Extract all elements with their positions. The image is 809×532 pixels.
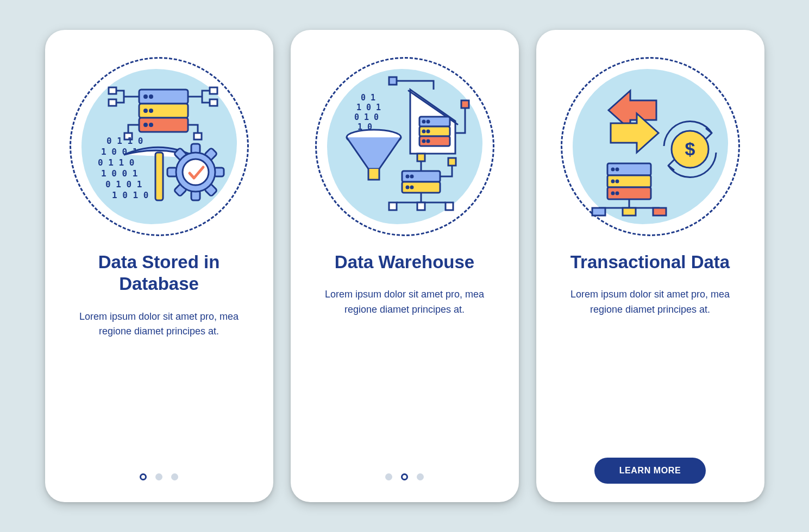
svg-text:1 0 1: 1 0 1 — [356, 103, 381, 112]
svg-text:$: $ — [685, 138, 695, 159]
svg-rect-12 — [210, 87, 217, 94]
dot — [155, 473, 162, 480]
card-title: Data Warehouse — [335, 251, 474, 273]
svg-point-37 — [423, 130, 425, 132]
svg-text:1 0 0 1: 1 0 0 1 — [101, 168, 137, 179]
svg-text:0 1 0: 0 1 0 — [354, 112, 379, 122]
svg-point-40 — [427, 140, 429, 142]
dot-active — [401, 473, 408, 480]
svg-text:0 1 0 1: 0 1 0 1 — [105, 179, 142, 189]
svg-point-3 — [144, 96, 147, 98]
svg-point-68 — [612, 192, 614, 194]
svg-point-48 — [406, 186, 409, 188]
svg-point-64 — [612, 168, 614, 170]
svg-rect-52 — [389, 202, 397, 210]
svg-point-4 — [149, 96, 152, 98]
svg-point-66 — [612, 180, 614, 182]
illustration-database: 0 1 1 01 0 0 10 1 1 0 1 0 0 10 1 0 11 0 … — [70, 57, 249, 236]
card-title: Transactional Data — [570, 251, 730, 273]
svg-rect-42 — [461, 100, 469, 108]
card-title: Data Stored in Database — [72, 251, 246, 295]
dot — [171, 473, 178, 480]
illustration-transactional: $ — [561, 57, 740, 236]
svg-rect-71 — [623, 208, 636, 216]
card-description: Lorem ipsum dolor sit amet pro, mea regi… — [318, 287, 492, 318]
learn-more-button[interactable]: LEARN MORE — [594, 458, 706, 484]
svg-point-31 — [183, 159, 209, 185]
svg-point-36 — [427, 121, 429, 123]
page-indicator — [385, 473, 424, 480]
svg-rect-41 — [389, 77, 397, 85]
onboarding-card: 0 1 1 01 0 0 10 1 1 0 1 0 0 10 1 0 11 0 … — [45, 30, 273, 502]
onboarding-card: $ Transactional Data Lorem ipsum dolor s… — [536, 30, 764, 502]
svg-rect-10 — [109, 99, 116, 106]
svg-point-47 — [411, 175, 413, 178]
svg-text:0 1: 0 1 — [361, 93, 375, 103]
svg-point-7 — [144, 124, 147, 126]
page-indicator — [140, 473, 178, 480]
svg-rect-54 — [446, 202, 453, 210]
svg-rect-14 — [194, 133, 202, 140]
svg-point-39 — [423, 140, 425, 142]
svg-point-69 — [616, 192, 618, 194]
svg-point-67 — [616, 180, 618, 182]
svg-rect-51 — [448, 158, 456, 166]
svg-text:0 1 1 0: 0 1 1 0 — [106, 136, 143, 146]
svg-rect-53 — [417, 202, 425, 210]
dot — [385, 473, 392, 480]
dot-active — [140, 473, 147, 480]
svg-point-46 — [406, 175, 409, 178]
svg-point-38 — [427, 130, 429, 132]
svg-point-5 — [144, 110, 147, 112]
card-description: Lorem ipsum dolor sit amet pro, mea regi… — [563, 287, 737, 318]
card-description: Lorem ipsum dolor sit amet pro, mea regi… — [72, 309, 246, 340]
svg-rect-21 — [155, 153, 163, 200]
onboarding-card: 0 11 0 10 1 01 0 Data Warehouse Lorem ip… — [291, 30, 519, 502]
svg-rect-70 — [592, 208, 605, 216]
svg-rect-9 — [109, 87, 116, 94]
svg-text:1 0 1 0: 1 0 1 0 — [112, 190, 148, 200]
svg-point-65 — [616, 168, 618, 170]
svg-rect-13 — [210, 99, 217, 106]
svg-point-49 — [411, 186, 413, 188]
svg-point-35 — [423, 121, 425, 123]
dot — [417, 473, 424, 480]
svg-rect-72 — [653, 208, 666, 216]
svg-text:1 0: 1 0 — [358, 122, 372, 132]
svg-rect-50 — [417, 154, 425, 161]
svg-point-6 — [149, 110, 152, 112]
svg-text:0 1 1 0: 0 1 1 0 — [98, 157, 134, 168]
illustration-warehouse: 0 11 0 10 1 01 0 — [315, 57, 494, 236]
svg-point-8 — [149, 124, 152, 126]
